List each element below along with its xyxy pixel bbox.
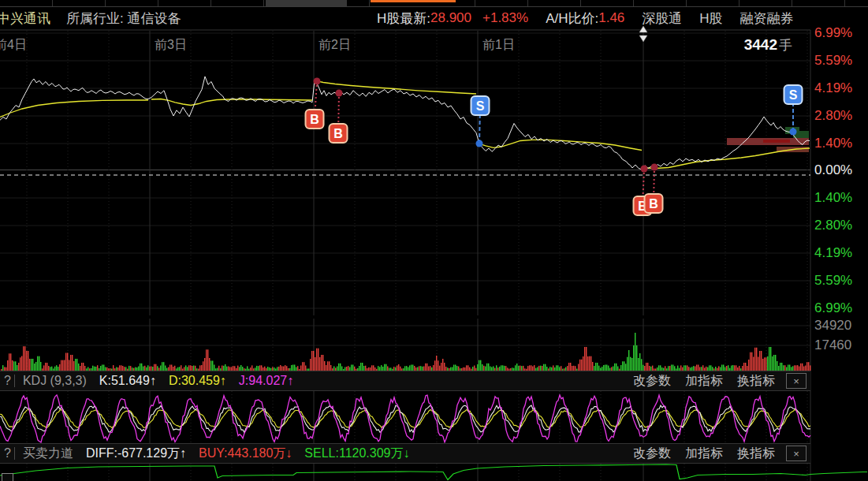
day-label-4: 前4日 <box>0 37 27 54</box>
industry-label[interactable]: 所属行业: 通信设备 <box>66 9 181 28</box>
day-label-2: 前2日 <box>319 37 351 54</box>
link-shenzhen-connect[interactable]: 深股通 <box>642 9 682 28</box>
axis-pos-5.59: 5.59% <box>814 53 866 69</box>
svg-text:B: B <box>333 127 343 140</box>
stock-name: 中兴通讯 <box>0 9 50 28</box>
axis-pos-2.80: 2.80% <box>814 108 866 124</box>
link-h-share[interactable]: H股 <box>699 9 722 28</box>
force-diff-value: DIFF:-677.129万↑ <box>86 446 186 462</box>
force-switch-indicator-button[interactable]: 换指标 <box>737 446 775 462</box>
corner-tool-icon[interactable] <box>2 473 13 481</box>
kdj-add-indicator-button[interactable]: 加指标 <box>685 373 723 390</box>
svg-text:S: S <box>789 88 798 102</box>
kdj-toolbar: ? KDJ (9,3,3) K:51.649↑ D:30.459↑ J:94.0… <box>0 371 810 391</box>
axis-neg-5.59: 5.59% <box>814 273 866 289</box>
svg-text:S: S <box>476 99 485 113</box>
kdj-switch-indicator-button[interactable]: 换指标 <box>737 373 775 390</box>
force-buy-value: BUY:443.180万↓ <box>199 446 292 462</box>
axis-volume-tick-2: 17460 <box>814 337 866 353</box>
force-add-indicator-button[interactable]: 加指标 <box>685 446 723 462</box>
divider <box>14 447 15 460</box>
kdj-j-value: J:94.027↑ <box>239 374 293 388</box>
day-label-3: 前3日 <box>155 37 187 54</box>
axis-neg-2.80: 2.80% <box>814 218 866 233</box>
axis-volume-tick-1: 34920 <box>814 318 866 334</box>
force-help-icon[interactable]: ? <box>0 446 14 460</box>
force-title[interactable]: 买卖力道 <box>23 446 73 462</box>
axis-neg-1.40: 1.40% <box>814 190 866 206</box>
kdj-k-value: K:51.649↑ <box>99 374 156 388</box>
force-close-button[interactable]: × <box>786 446 807 461</box>
tab-segment-filled[interactable] <box>266 0 347 6</box>
h-share-label: H股最新: <box>377 9 430 28</box>
axis-neg-6.99: 6.99% <box>814 300 866 316</box>
link-margin-trading[interactable]: 融资融券 <box>740 9 794 28</box>
force-sell-value: SELL:1120.309万↓ <box>304 446 409 462</box>
svg-text:B: B <box>649 197 658 211</box>
kdj-change-params-button[interactable]: 改参数 <box>633 373 671 390</box>
axis-pos-6.99: 6.99% <box>814 25 866 41</box>
header-right: H股最新: 28.900 +1.83% A/H比价: 1.46 深股通 H股 融… <box>377 8 794 28</box>
kdj-close-button[interactable]: × <box>786 373 807 389</box>
h-share-change: +1.83% <box>482 10 528 26</box>
axis-zero: 0.00% <box>814 162 866 178</box>
h-share-price: 28.900 <box>430 10 471 26</box>
divider <box>14 375 15 387</box>
svg-text:B: B <box>310 113 319 126</box>
kdj-d-value: D:30.459↑ <box>169 374 226 388</box>
day-label-1: 前1日 <box>482 37 515 54</box>
header-left: 中兴通讯 所属行业: 通信设备 <box>0 8 181 28</box>
kdj-title[interactable]: KDJ (9,3,3) <box>23 374 87 388</box>
volume-readout-unit: 手 <box>779 38 792 53</box>
force-change-params-button[interactable]: 改参数 <box>633 446 671 462</box>
force-toolbar: ? 买卖力道 DIFF:-677.129万↑ BUY:443.180万↓ SEL… <box>0 443 810 464</box>
tab-segment-active[interactable] <box>371 0 456 6</box>
kdj-help-icon[interactable]: ? <box>0 374 14 388</box>
chart-canvas[interactable]: BBSBBS <box>0 0 868 481</box>
volume-readout: 3442手 <box>694 36 792 54</box>
ah-ratio-label: A/H比价: <box>546 9 598 28</box>
axis-neg-4.19: 4.19% <box>814 245 866 261</box>
axis-pos-1.40: 1.40% <box>814 136 866 151</box>
volume-readout-value: 3442 <box>744 36 777 53</box>
ah-ratio-value: 1.46 <box>598 10 624 26</box>
axis-pos-4.19: 4.19% <box>814 80 866 96</box>
